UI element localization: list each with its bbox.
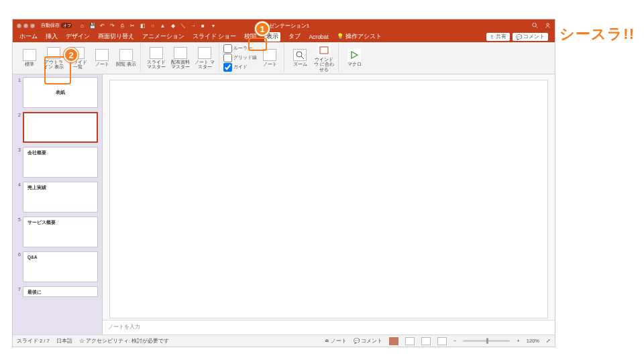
comments-button[interactable]: 💬 コメント xyxy=(513,33,548,41)
thumb-4[interactable]: 売上実績 xyxy=(23,182,98,213)
autosave-label: 自動保存 xyxy=(41,22,60,29)
save-icon[interactable]: 💾 xyxy=(89,23,95,29)
thumb-wrap-2[interactable]: 2 xyxy=(14,112,98,143)
menu-slideshow[interactable]: スライド ショー xyxy=(193,33,236,41)
view-reading-button[interactable]: 閲覧 表示 xyxy=(115,49,138,66)
window-controls: 自動保存 オフ ⌂ 💾 ↶ ↷ ⎙ ✂ ◧ ○ ▲ ◆ ＼ → ■ ▾ xyxy=(17,22,216,29)
notes-pane[interactable]: ノートを入力 xyxy=(103,320,555,335)
zoom-percent[interactable]: 120% xyxy=(527,338,539,344)
macros-button[interactable]: マクロ xyxy=(343,49,366,66)
thumb-2[interactable] xyxy=(23,112,98,143)
editor-stage: ノートを入力 xyxy=(103,74,555,335)
redo-icon[interactable]: ↷ xyxy=(109,23,115,29)
share-button[interactable]: ⇪ 共有 xyxy=(486,33,510,41)
menubar: ホーム 挿入 デザイン 画面切り替え アニメーション スライド ショー 校閲 表… xyxy=(13,32,555,42)
zoom-button[interactable]: ズーム xyxy=(288,49,311,66)
menu-animation[interactable]: アニメーション xyxy=(142,33,184,41)
svg-line-1 xyxy=(536,26,537,27)
menu-design[interactable]: デザイン xyxy=(66,33,90,41)
ribbon-group-macros: マクロ xyxy=(340,44,368,72)
line-icon[interactable]: ＼ xyxy=(180,23,186,29)
autosave-toggle[interactable]: 自動保存 オフ xyxy=(41,22,72,29)
notes-toggle-button[interactable]: ノート xyxy=(258,49,281,66)
svg-line-4 xyxy=(301,56,304,59)
minimize-dot[interactable] xyxy=(23,23,28,28)
gridlines-checkbox[interactable]: グリッド線 xyxy=(223,54,257,62)
thumb-wrap-4[interactable]: 4 売上実績 xyxy=(14,182,98,213)
svg-point-2 xyxy=(547,23,549,25)
thumb-wrap-3[interactable]: 3 会社概要 xyxy=(14,147,98,178)
thumb-1[interactable]: 表紙 xyxy=(23,77,98,108)
menu-acrobat[interactable]: Acrobat xyxy=(309,34,328,40)
account-icon[interactable] xyxy=(545,23,551,29)
zoom-in-button[interactable]: + xyxy=(517,338,519,344)
fit-toggle-icon[interactable]: ⤢ xyxy=(546,338,551,344)
svg-rect-5 xyxy=(320,47,328,54)
status-lang[interactable]: 日本語 xyxy=(56,338,72,345)
canvas-wrap xyxy=(103,74,555,320)
menu-review[interactable]: 校閲 xyxy=(244,33,256,41)
comment-icon: 💬 xyxy=(516,34,522,40)
share-icon: ⇪ xyxy=(490,34,494,40)
menu-home[interactable]: ホーム xyxy=(19,33,38,41)
thumb-wrap-5[interactable]: 5 サービス概要 xyxy=(14,217,98,247)
rect-icon[interactable]: ■ xyxy=(200,23,206,29)
view-normal-button[interactable]: 標準 xyxy=(18,49,41,66)
thumb-5[interactable]: サービス概要 xyxy=(23,217,98,247)
operation-assist[interactable]: 💡 操作アシスト xyxy=(337,33,382,41)
ribbon-group-presentation-views: 標準 アウトライン 表示 スライド 一覧 ノート 閲覧 表示 xyxy=(15,44,141,72)
guides-checkbox[interactable]: ガイド xyxy=(223,63,257,72)
view-slideshow-icon[interactable] xyxy=(437,337,447,345)
magnifier-icon xyxy=(293,49,307,61)
dropdown-icon[interactable]: ▾ xyxy=(210,23,216,29)
view-notes-button[interactable]: ノート xyxy=(91,49,113,66)
zoom-out-button[interactable]: − xyxy=(453,338,456,344)
view-normal-icon[interactable] xyxy=(389,337,398,345)
status-slide-pos: スライド 2 / 7 xyxy=(17,338,50,345)
thumb-7[interactable]: 最後に xyxy=(23,286,98,297)
home-icon[interactable]: ⌂ xyxy=(79,23,85,29)
statusbar: スライド 2 / 7 日本語 ☆ アクセシビリティ: 検討が必要です ≐ ノート… xyxy=(13,335,555,347)
menu-insert[interactable]: 挿入 xyxy=(46,33,58,41)
menu-transition[interactable]: 画面切り替え xyxy=(98,33,134,41)
slide-master-button[interactable]: スライド マスター xyxy=(145,47,168,69)
status-comments-button[interactable]: 💬 コメント xyxy=(354,338,382,345)
callout-2: 2 xyxy=(64,48,78,62)
zoom-dot[interactable] xyxy=(30,23,35,28)
status-a11y[interactable]: ☆ アクセシビリティ: 検討が必要です xyxy=(79,338,169,345)
thumb-6[interactable]: Q&A xyxy=(23,251,98,282)
fit-window-button[interactable]: ウインドウ に合わせる xyxy=(313,44,335,71)
autosave-pill: オフ xyxy=(61,23,72,28)
print-icon[interactable]: ⎙ xyxy=(119,23,125,29)
ruler-checkbox[interactable]: ルーラー xyxy=(223,44,257,53)
view-outline-button[interactable]: アウトライン 表示 xyxy=(42,47,65,69)
shape2-icon[interactable]: ▲ xyxy=(160,23,166,29)
quick-access-toolbar: ⌂ 💾 ↶ ↷ ⎙ ✂ ◧ ○ ▲ ◆ ＼ → ■ ▾ xyxy=(79,23,216,29)
thumb-wrap-1[interactable]: 1 表紙 xyxy=(14,77,98,108)
fit-icon xyxy=(317,44,331,56)
svg-point-3 xyxy=(297,52,302,57)
undo-icon[interactable]: ↶ xyxy=(99,23,105,29)
cut-icon[interactable]: ✂ xyxy=(129,23,136,29)
thumb-wrap-7[interactable]: 7 最後に xyxy=(14,286,98,297)
notes-master-button[interactable]: ノート マスター xyxy=(193,47,216,69)
arrow-icon[interactable]: → xyxy=(190,23,196,29)
thumb-wrap-6[interactable]: 6 Q&A xyxy=(14,251,98,282)
view-sorter-icon[interactable] xyxy=(405,337,415,345)
handout-master-button[interactable]: 配布資料 マスター xyxy=(169,47,192,69)
status-notes-button[interactable]: ≐ ノート xyxy=(325,338,347,345)
zoom-slider[interactable] xyxy=(463,340,510,342)
ribbon-group-zoom: ズーム ウインドウ に合わせる xyxy=(286,44,339,72)
slide-thumbnail-panel[interactable]: 1 表紙 2 3 会社概要 4 売上実績 5 サービス概要 6 Q&A xyxy=(13,74,103,335)
menu-tab-extra[interactable]: タブ xyxy=(288,33,301,41)
close-dot[interactable] xyxy=(17,23,21,28)
thumb-3[interactable]: 会社概要 xyxy=(23,147,98,178)
titlebar: 自動保存 オフ ⌂ 💾 ↶ ↷ ⎙ ✂ ◧ ○ ▲ ◆ ＼ → ■ ▾ プレゼン… xyxy=(13,19,555,32)
svg-point-0 xyxy=(533,23,536,26)
shape1-icon[interactable]: ○ xyxy=(150,23,156,29)
view-reading-icon[interactable] xyxy=(421,337,431,345)
shape3-icon[interactable]: ◆ xyxy=(170,23,176,29)
chart-icon[interactable]: ◧ xyxy=(140,23,146,29)
slide-canvas[interactable] xyxy=(109,80,548,318)
search-icon[interactable] xyxy=(532,23,538,29)
